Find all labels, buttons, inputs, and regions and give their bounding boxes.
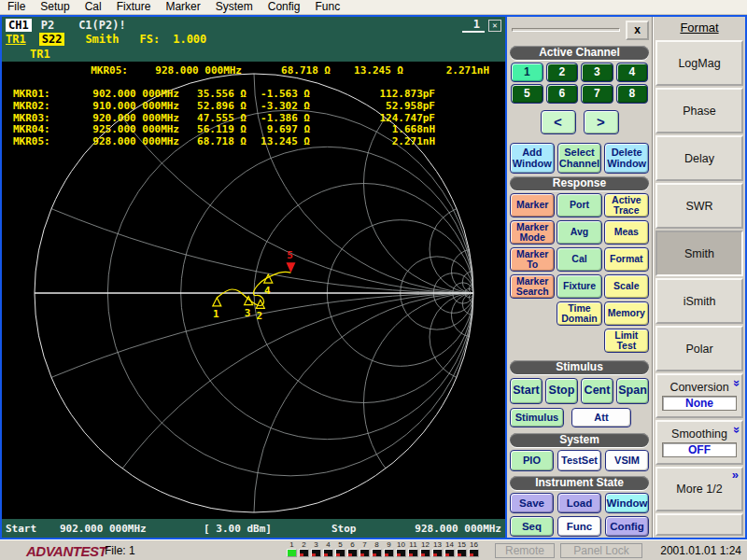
seq-button[interactable]: Seq bbox=[510, 516, 554, 537]
cent-button[interactable]: Cent bbox=[581, 378, 613, 404]
channel-6-button[interactable]: 6 bbox=[546, 84, 579, 104]
trace-info-row: TR1 S22 Smith FS: 1.000 bbox=[2, 32, 505, 47]
sparameter-label: S22 bbox=[39, 33, 65, 46]
remote-indicator: Remote bbox=[495, 543, 555, 558]
save-button[interactable]: Save bbox=[510, 493, 554, 513]
time-domain-button[interactable]: Time Domain bbox=[557, 301, 601, 326]
panel-close-button[interactable]: x bbox=[626, 21, 649, 40]
svg-text:5: 5 bbox=[287, 249, 293, 261]
channel-3-button[interactable]: 3 bbox=[581, 63, 613, 82]
channel-5-button[interactable]: 5 bbox=[511, 84, 543, 104]
marker-mode-button[interactable]: Marker Mode bbox=[510, 220, 555, 245]
marker-search-button[interactable]: Marker Search bbox=[510, 274, 555, 299]
channel-4-button[interactable]: 4 bbox=[616, 63, 649, 82]
smith-button[interactable]: Smith bbox=[655, 231, 743, 276]
marker-5-resistance: 68.718 Ω bbox=[179, 135, 247, 147]
channel-1-button[interactable]: 1 bbox=[511, 63, 543, 82]
marker-button[interactable]: Marker bbox=[510, 193, 555, 217]
marker-4-resistance: 56.119 Ω bbox=[179, 123, 247, 135]
port-button[interactable]: Port bbox=[557, 193, 601, 217]
smoothing-button[interactable]: » Smoothing OFF bbox=[655, 420, 743, 465]
trace-sub-row: TR1 bbox=[2, 47, 505, 62]
load-button[interactable]: Load bbox=[557, 493, 601, 513]
pio-button[interactable]: PIO bbox=[510, 450, 554, 471]
panel-drag-handle[interactable] bbox=[512, 28, 620, 32]
window-button[interactable]: Window bbox=[605, 493, 649, 513]
delay-button[interactable]: Delay bbox=[655, 135, 743, 181]
menu-file[interactable]: File bbox=[0, 0, 33, 15]
channel-prev-button[interactable]: < bbox=[541, 110, 576, 134]
polar-button[interactable]: Polar bbox=[655, 326, 743, 371]
vsim-button[interactable]: VSIM bbox=[605, 450, 649, 471]
empty-cell bbox=[510, 329, 555, 353]
att-button[interactable]: Att bbox=[571, 408, 631, 427]
svg-text:1: 1 bbox=[213, 308, 219, 320]
section-system: System bbox=[510, 433, 649, 447]
delete-window-button[interactable]: Delete Window bbox=[604, 143, 649, 174]
marker-3-equivalent: 124.747pF bbox=[310, 112, 435, 124]
window-number[interactable]: 1 bbox=[462, 18, 485, 33]
stimulus-button[interactable]: Stimulus bbox=[510, 408, 564, 427]
chevron-down-icon: » bbox=[731, 427, 743, 433]
stimulus-grid: Start Stop Cent Span bbox=[507, 378, 652, 404]
menu-marker[interactable]: Marker bbox=[158, 0, 207, 15]
add-window-button[interactable]: Add Window bbox=[510, 143, 555, 174]
limit-test-button[interactable]: Limit Test bbox=[604, 329, 649, 353]
format-menu-column: Format LogMag Phase Delay SWR Smith iSmi… bbox=[652, 17, 745, 538]
menu-fixture[interactable]: Fixture bbox=[109, 0, 159, 15]
stimulus-row2: Stimulus Att bbox=[507, 408, 652, 427]
empty-cell bbox=[557, 329, 601, 353]
start-button[interactable]: Start bbox=[510, 378, 543, 404]
indicator-13: 13 bbox=[431, 540, 444, 557]
stop-button[interactable]: Stop bbox=[545, 378, 578, 404]
marker-3-label: MKR03: bbox=[13, 112, 63, 124]
fixture-button[interactable]: Fixture bbox=[557, 274, 601, 299]
cal-button[interactable]: Cal bbox=[557, 247, 601, 272]
testset-button[interactable]: TestSet bbox=[557, 450, 601, 471]
menu-func[interactable]: Func bbox=[307, 0, 347, 15]
func-button[interactable]: Func bbox=[557, 516, 601, 537]
span-button[interactable]: Span bbox=[616, 378, 649, 404]
trace-sub-label: TR1 bbox=[30, 48, 50, 61]
active-marker-equivalent: 2.271nH bbox=[403, 64, 489, 77]
menu-system[interactable]: System bbox=[208, 0, 261, 15]
marker-table: MKR01: 902.000 000MHz 35.556 Ω -1.563 Ω … bbox=[13, 88, 435, 147]
active-marker-readout: MKR05: 928.000 000MHz 68.718 Ω 13.245 Ω … bbox=[2, 64, 489, 77]
more-button[interactable]: » More 1/2 bbox=[655, 467, 743, 511]
memory-button[interactable]: Memory bbox=[604, 301, 649, 326]
avg-button[interactable]: Avg bbox=[557, 220, 601, 245]
format-button[interactable]: Format bbox=[604, 247, 649, 272]
logmag-button[interactable]: LogMag bbox=[655, 40, 743, 86]
indicator-4: 4 bbox=[322, 540, 334, 557]
config-button[interactable]: Config bbox=[605, 516, 649, 537]
channel-8-button[interactable]: 8 bbox=[616, 84, 649, 104]
channel-window-titlebar: CH1 P2 C1(P2)! 1 ✕ bbox=[2, 17, 505, 32]
svg-text:3: 3 bbox=[245, 307, 251, 319]
menu-cal[interactable]: Cal bbox=[78, 0, 109, 15]
window-close-icon[interactable]: ✕ bbox=[488, 20, 501, 32]
trace-name[interactable]: TR1 bbox=[6, 33, 26, 46]
menu-setup[interactable]: Setup bbox=[33, 0, 77, 15]
conversion-button[interactable]: » Conversion None bbox=[655, 373, 743, 418]
ismith-button[interactable]: iSmith bbox=[655, 278, 743, 324]
instrument-state-row2: Seq Func Config bbox=[507, 516, 652, 537]
swr-button[interactable]: SWR bbox=[655, 183, 743, 229]
active-trace-button[interactable]: Active Trace bbox=[604, 193, 649, 217]
select-channel-button[interactable]: Select Channel bbox=[557, 143, 602, 174]
marker-row-2: MKR02: 910.000 000MHz 52.896 Ω -3.302 Ω … bbox=[13, 100, 435, 112]
marker-to-button[interactable]: Marker To bbox=[510, 247, 555, 272]
marker-3-freq: 920.000 000MHz bbox=[63, 112, 179, 124]
phase-button[interactable]: Phase bbox=[655, 88, 743, 133]
channel-next-button[interactable]: > bbox=[584, 110, 619, 134]
indicator-12: 12 bbox=[419, 540, 431, 557]
menu-config[interactable]: Config bbox=[261, 0, 308, 15]
channel-2-button[interactable]: 2 bbox=[546, 63, 579, 82]
marker-2-label: MKR02: bbox=[13, 100, 63, 112]
section-response: Response bbox=[510, 176, 649, 190]
scale-button[interactable]: Scale bbox=[604, 274, 649, 299]
meas-button[interactable]: Meas bbox=[604, 220, 649, 245]
window-actions: Add Window Select Channel Delete Window bbox=[507, 143, 652, 174]
marker-1-resistance: 35.556 Ω bbox=[179, 88, 247, 100]
channel-7-button[interactable]: 7 bbox=[581, 84, 613, 104]
main-area: CH1 P2 C1(P2)! 1 ✕ TR1 S22 Smith FS: 1.0… bbox=[0, 15, 747, 539]
